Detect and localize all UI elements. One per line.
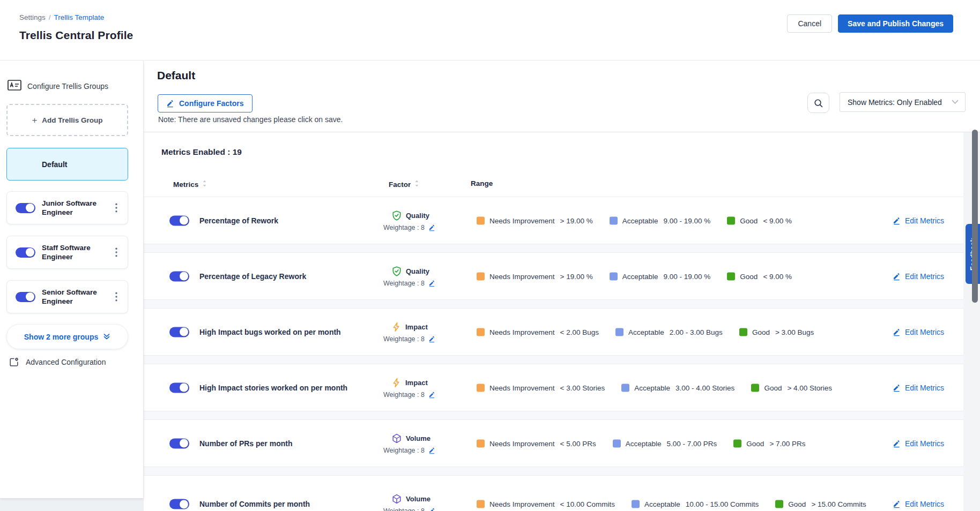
range-color-swatch: [610, 216, 618, 224]
edit-metrics-link[interactable]: Edit Metrics: [893, 384, 944, 392]
range-item: Needs Improvement< 3.00 Stories: [477, 384, 605, 392]
unsaved-changes-note: Note: There are unsaved changes please c…: [158, 115, 343, 124]
page-title: Trellis Central Profile: [19, 29, 133, 42]
range-value: > 7.00 PRs: [769, 439, 805, 447]
breadcrumb-settings[interactable]: Settings: [19, 13, 46, 21]
range-cell: Needs Improvement< 10.00 CommitsAcceptab…: [477, 500, 873, 508]
metric-row: Percentage of ReworkQualityWeightage : 8…: [144, 197, 963, 244]
range-cell: Needs Improvement> 19.00 %Acceptable9.00…: [477, 216, 873, 224]
kebab-menu-icon[interactable]: [112, 201, 121, 215]
range-item: Good> 7.00 PRs: [733, 439, 805, 447]
pencil-icon: [893, 439, 901, 448]
range-label: Acceptable: [622, 272, 658, 280]
advanced-configuration-link[interactable]: Advanced Configuration: [9, 357, 106, 367]
vertical-scrollbar-thumb[interactable]: [972, 130, 978, 303]
configure-factors-button[interactable]: Configure Factors: [158, 94, 253, 112]
show-metrics-dropdown[interactable]: Show Metrics: Only Enabled: [840, 92, 966, 112]
factor-header: Quality: [391, 210, 435, 221]
range-value: < 2.00 Bugs: [560, 328, 599, 336]
range-color-swatch: [733, 439, 741, 447]
factor-name: Impact: [405, 379, 428, 387]
range-color-swatch: [477, 328, 485, 336]
group-enabled-toggle[interactable]: [16, 247, 35, 258]
breadcrumb: Settings / Trellis Template: [19, 13, 104, 21]
metric-row: Percentage of Legacy ReworkQualityWeight…: [144, 253, 963, 299]
edit-metrics-link[interactable]: Edit Metrics: [893, 272, 944, 281]
range-label: Good: [740, 272, 758, 280]
range-value: 5.00 - 7.00 PRs: [667, 439, 717, 447]
metric-enabled-toggle[interactable]: [169, 499, 189, 509]
edit-metrics-label: Edit Metrics: [905, 216, 944, 225]
range-value: 3.00 - 4.00 Stories: [675, 384, 734, 392]
app-header: Settings / Trellis Template Trellis Cent…: [0, 0, 980, 61]
search-button[interactable]: [807, 93, 829, 113]
range-item: Acceptable10.00 - 15.00 Commits: [632, 500, 759, 508]
group-card[interactable]: Junior Software Engineer: [6, 191, 128, 224]
group-card-default[interactable]: Default: [6, 148, 128, 181]
pencil-icon: [893, 384, 901, 392]
sort-icon[interactable]: [202, 179, 207, 189]
cancel-button[interactable]: Cancel: [787, 14, 832, 33]
weightage-edit-icon[interactable]: [428, 391, 435, 399]
breadcrumb-trellis-template[interactable]: Trellis Template: [54, 13, 105, 21]
weightage-edit-icon[interactable]: [428, 224, 435, 231]
weightage-edit-icon[interactable]: [428, 280, 435, 287]
weightage-edit-icon[interactable]: [428, 335, 435, 343]
add-trellis-group-button[interactable]: + Add Trellis Group: [6, 104, 128, 136]
metric-enabled-toggle[interactable]: [169, 215, 189, 226]
edit-metrics-link[interactable]: Edit Metrics: [893, 216, 944, 225]
metric-enabled-toggle[interactable]: [169, 271, 189, 281]
gear-square-icon: [9, 357, 19, 367]
double-chevron-down-icon: [103, 333, 110, 340]
column-header-metrics[interactable]: Metrics: [173, 179, 207, 189]
range-color-swatch: [610, 272, 618, 280]
row-separator: [144, 355, 963, 364]
factor-name: Volume: [406, 495, 430, 503]
metric-row: Number of PRs per monthVolumeWeightage :…: [144, 420, 963, 467]
sort-icon[interactable]: [414, 179, 419, 189]
edit-metrics-link[interactable]: Edit Metrics: [893, 328, 944, 336]
quality-shield-icon: [391, 266, 402, 277]
factor-header: Impact: [391, 321, 435, 333]
range-label: Acceptable: [626, 439, 662, 447]
weightage-edit-icon[interactable]: [428, 507, 435, 511]
range-value: < 5.00 PRs: [560, 439, 596, 447]
group-enabled-toggle[interactable]: [16, 292, 35, 302]
metric-enabled-toggle[interactable]: [169, 382, 189, 393]
group-card[interactable]: Staff Software Engineer: [6, 236, 128, 269]
metric-enabled-toggle[interactable]: [169, 438, 189, 448]
metric-name: High Impact stories worked on per month: [199, 384, 347, 392]
metrics-table-card: Metrics Enabled : 19 MetricsFactorRange …: [144, 132, 963, 511]
kebab-menu-icon[interactable]: [112, 245, 121, 259]
metric-name: Percentage of Rework: [199, 216, 278, 225]
table-header-row: MetricsFactorRange: [144, 175, 963, 197]
row-separator: [144, 411, 963, 420]
weightage-edit-icon[interactable]: [428, 447, 435, 454]
range-cell: Needs Improvement< 2.00 BugsAcceptable2.…: [477, 328, 873, 336]
weightage-label: Weightage : 8: [383, 507, 425, 511]
weightage-label: Weightage : 8: [383, 224, 425, 231]
edit-metrics-link[interactable]: Edit Metrics: [893, 439, 944, 448]
range-item: Needs Improvement> 19.00 %: [477, 272, 593, 280]
metric-enabled-toggle[interactable]: [169, 327, 189, 337]
range-item: Acceptable3.00 - 4.00 Stories: [621, 384, 734, 392]
metric-name: High Impact bugs worked on per month: [199, 328, 341, 336]
range-item: Acceptable9.00 - 19.00 %: [610, 272, 711, 280]
column-header-factor[interactable]: Factor: [389, 179, 419, 189]
metric-name: Number of Commits per month: [199, 500, 310, 508]
group-card[interactable]: Senior Software Engineer: [6, 280, 128, 313]
edit-metrics-link[interactable]: Edit Metrics: [893, 500, 944, 508]
range-value: < 9.00 %: [763, 272, 792, 280]
kebab-menu-icon[interactable]: [112, 290, 121, 304]
column-header-range: Range: [471, 179, 493, 187]
add-group-label: Add Trellis Group: [42, 116, 102, 124]
impact-lightning-icon: [391, 321, 402, 333]
search-icon: [813, 98, 823, 108]
show-more-groups-button[interactable]: Show 2 more groups: [6, 324, 128, 349]
range-item: Needs Improvement< 2.00 Bugs: [477, 328, 599, 336]
show-metrics-dropdown-value: Show Metrics: Only Enabled: [848, 98, 942, 107]
range-label: Needs Improvement: [489, 216, 555, 224]
group-enabled-toggle[interactable]: [16, 203, 35, 213]
save-publish-button[interactable]: Save and Publish Changes: [838, 14, 953, 33]
factor-cell: QualityWeightage : 8: [383, 266, 435, 287]
